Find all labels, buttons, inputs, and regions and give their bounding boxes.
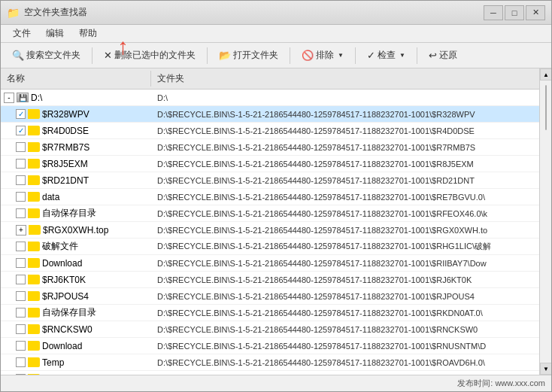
minimize-button[interactable]: ─ xyxy=(484,5,503,20)
list-item[interactable]: Download D:\$RECYCLE.BIN\S-1-5-21-218654… xyxy=(1,255,539,272)
row-checkbox[interactable] xyxy=(16,258,26,268)
menu-file[interactable]: 文件 xyxy=(7,26,37,41)
row-checkbox[interactable] xyxy=(16,142,26,152)
list-item[interactable]: $RD21DNT D:\$RECYCLE.BIN\S-1-5-21-218654… xyxy=(1,172,539,189)
row-path: D:\$RECYCLE.BIN\S-1-5-21-2186544480-1259… xyxy=(151,209,539,218)
check-icon: ✓ xyxy=(367,50,375,61)
toolbar: 🔍 搜索空文件夹 ✕ 删除已选中的文件夹 📂 打开文件夹 🚫 排除 ▼ ✓ 检查… xyxy=(1,43,551,68)
exclude-button[interactable]: 🚫 排除 ▼ xyxy=(295,46,350,65)
list-item[interactable]: 破解文件 D:\$RECYCLE.BIN\S-1-5-21-2186544480… xyxy=(1,239,539,255)
row-checkbox[interactable] xyxy=(16,159,26,169)
list-header: 名称 文件夹 xyxy=(1,68,539,90)
folder-icon xyxy=(28,258,40,268)
row-name: 破解文件 xyxy=(1,240,151,253)
row-checkbox[interactable] xyxy=(16,357,26,367)
list-item[interactable]: $RNCKSW0 D:\$RECYCLE.BIN\S-1-5-21-218654… xyxy=(1,321,539,338)
toolbar-separator-4 xyxy=(355,47,356,64)
open-button[interactable]: 📂 打开文件夹 xyxy=(212,46,285,65)
row-path: D:\$RECYCLE.BIN\S-1-5-21-2186544480-1259… xyxy=(151,358,539,367)
delete-button[interactable]: ✕ 删除已选中的文件夹 xyxy=(97,46,202,65)
list-item[interactable]: $RJ6KT0K D:\$RECYCLE.BIN\S-1-5-21-218654… xyxy=(1,272,539,288)
expand-icon[interactable]: + xyxy=(16,225,26,236)
row-checkbox[interactable] xyxy=(16,175,26,185)
expand-icon[interactable]: - xyxy=(4,93,14,103)
file-list: 名称 文件夹 - 💾 D:\ D:\ xyxy=(1,68,539,375)
scroll-down-button[interactable]: ▼ xyxy=(540,363,551,375)
drive-icon: 💾 xyxy=(17,93,29,102)
row-name: Download xyxy=(1,341,151,351)
folder-icon xyxy=(29,225,41,235)
list-item[interactable]: data D:\$RECYCLE.BIN\S-1-5-21-2186544480… xyxy=(1,189,539,205)
folder-icon xyxy=(28,208,40,218)
row-name: data xyxy=(1,192,151,202)
list-item[interactable]: 自动保存目录 D:\$RECYCLE.BIN\S-1-5-21-21865444… xyxy=(1,205,539,222)
search-icon: 🔍 xyxy=(12,50,24,61)
open-folder-icon: 📂 xyxy=(219,50,231,61)
row-checkbox[interactable] xyxy=(16,341,26,351)
maximize-button[interactable]: □ xyxy=(505,5,524,20)
toolbar-separator-3 xyxy=(290,47,290,64)
title-bar: 📁 空文件夹查找器 ─ □ ✕ xyxy=(1,1,551,25)
list-item[interactable]: + $RGX0XWH.top D:\$RECYCLE.BIN\S-1-5-21-… xyxy=(1,222,539,239)
status-right: 发布时间: www.xxx.com xyxy=(457,378,545,389)
check-arrow: ▼ xyxy=(399,52,405,59)
list-item[interactable]: $R328WPV D:\$RECYCLE.BIN\S-1-5-21-218654… xyxy=(1,106,539,123)
row-checkbox[interactable] xyxy=(16,192,26,202)
row-checkbox[interactable] xyxy=(16,109,26,119)
folder-icon xyxy=(28,109,40,119)
check-button[interactable]: ✓ 检查 ▼ xyxy=(360,46,412,65)
row-checkbox[interactable] xyxy=(16,308,26,318)
row-name: $RD21DNT xyxy=(1,175,151,186)
row-name: Temp xyxy=(1,357,151,368)
list-item[interactable]: Temp D:\$RECYCLE.BIN\S-1-5-21-2186544480… xyxy=(1,354,539,371)
row-name: 自动保存目录 xyxy=(1,207,151,220)
delete-icon: ✕ xyxy=(104,50,112,61)
row-name: $R328WPV xyxy=(1,109,151,120)
row-path: D:\$RECYCLE.BIN\S-1-5-21-2186544480-1259… xyxy=(151,143,539,152)
list-item[interactable]: 自动保存目录 D:\$RECYCLE.BIN\S-1-5-21-21865444… xyxy=(1,305,539,321)
row-checkbox[interactable] xyxy=(16,275,26,284)
exclude-icon: 🚫 xyxy=(302,50,314,61)
row-name: $RNCKSW0 xyxy=(1,324,151,335)
row-name: $R4D0DSE xyxy=(1,126,151,136)
menu-help[interactable]: 帮助 xyxy=(73,26,103,41)
list-item[interactable]: $R8J5EXM D:\$RECYCLE.BIN\S-1-5-21-218654… xyxy=(1,156,539,172)
row-checkbox[interactable] xyxy=(16,126,26,135)
row-name: $R8J5EXM xyxy=(1,159,151,169)
row-path: D:\$RECYCLE.BIN\S-1-5-21-2186544480-1259… xyxy=(151,193,539,202)
row-path: D:\$RECYCLE.BIN\S-1-5-21-2186544480-1259… xyxy=(151,325,539,334)
list-item[interactable]: $RJPOUS4 D:\$RECYCLE.BIN\S-1-5-21-218654… xyxy=(1,288,539,305)
menu-edit[interactable]: 编辑 xyxy=(40,26,70,41)
toolbar-separator-5 xyxy=(417,47,417,64)
restore-button[interactable]: ↩ 还原 xyxy=(422,46,464,65)
scroll-up-button[interactable]: ▲ xyxy=(540,68,551,81)
file-list-body[interactable]: - 💾 D:\ D:\ $R328WPV D:\$RECYCLE.BIN\S-1… xyxy=(1,90,539,375)
folder-icon xyxy=(28,192,40,202)
restore-icon: ↩ xyxy=(429,50,437,61)
row-path: D:\$RECYCLE.BIN\S-1-5-21-2186544480-1259… xyxy=(151,259,539,268)
folder-icon xyxy=(28,142,40,152)
vertical-scrollbar[interactable]: ▲ ▼ xyxy=(539,68,551,375)
window-title: 空文件夹查找器 xyxy=(24,6,87,19)
row-path: D:\$RECYCLE.BIN\S-1-5-21-2186544480-1259… xyxy=(151,292,539,301)
row-checkbox[interactable] xyxy=(16,324,26,334)
list-item[interactable]: - 💾 D:\ D:\ xyxy=(1,90,539,106)
scroll-thumb[interactable] xyxy=(545,85,547,130)
row-checkbox[interactable] xyxy=(16,208,26,218)
title-controls: ─ □ ✕ xyxy=(484,5,545,20)
column-folder: 文件夹 xyxy=(151,71,539,87)
row-name: + $RGX0XWH.top xyxy=(1,225,151,236)
row-checkbox[interactable] xyxy=(16,291,26,301)
row-name: - 💾 D:\ xyxy=(1,93,151,103)
search-button[interactable]: 🔍 搜索空文件夹 xyxy=(5,46,87,65)
list-item[interactable]: Download D:\$RECYCLE.BIN\S-1-5-21-218654… xyxy=(1,338,539,354)
list-item[interactable]: $R4D0DSE D:\$RECYCLE.BIN\S-1-5-21-218654… xyxy=(1,123,539,139)
row-path: D:\$RECYCLE.BIN\S-1-5-21-2186544480-1259… xyxy=(151,241,539,252)
folder-icon xyxy=(28,341,40,351)
row-path: D:\$RECYCLE.BIN\S-1-5-21-2186544480-1259… xyxy=(151,308,539,318)
folder-icon xyxy=(28,308,40,318)
close-button[interactable]: ✕ xyxy=(526,5,545,20)
list-item[interactable]: $R7RMB7S D:\$RECYCLE.BIN\S-1-5-21-218654… xyxy=(1,139,539,156)
row-checkbox[interactable] xyxy=(16,242,26,251)
scroll-track[interactable] xyxy=(540,81,551,363)
